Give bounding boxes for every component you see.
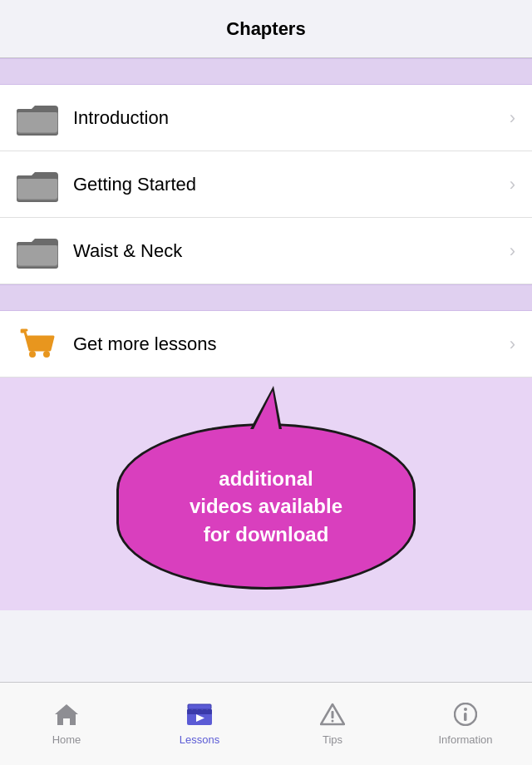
folder-icon-2	[17, 167, 58, 202]
folder-icon-3	[17, 234, 58, 269]
svg-rect-7	[17, 179, 57, 199]
middle-section-divider	[0, 284, 532, 311]
main-content: Introduction › Getting Started ›	[0, 58, 532, 682]
chapter-label-waist-neck: Waist & Neck	[73, 240, 510, 262]
chapter-item-getting-started[interactable]: Getting Started ›	[0, 151, 532, 218]
chapter-label-getting-started: Getting Started	[73, 174, 510, 195]
chevron-icon-intro: ›	[510, 107, 515, 129]
svg-rect-11	[17, 245, 57, 265]
warning-icon	[320, 703, 345, 730]
tab-information-label: Information	[438, 733, 492, 746]
svg-rect-17	[187, 709, 212, 714]
chapter-item-intro[interactable]: Introduction ›	[0, 85, 532, 151]
chevron-icon-getting-started: ›	[510, 174, 515, 195]
tab-lessons[interactable]: Lessons	[133, 683, 266, 765]
home-icon	[54, 703, 79, 730]
tab-tips[interactable]: Tips	[266, 683, 399, 765]
tab-home[interactable]: Home	[0, 683, 133, 765]
svg-rect-29	[464, 713, 467, 721]
svg-point-13	[43, 351, 50, 358]
chapter-item-waist-neck[interactable]: Waist & Neck ›	[0, 218, 532, 284]
speech-bubble: additional videos available for download	[116, 423, 416, 590]
tab-information[interactable]: Information	[399, 683, 532, 765]
info-icon	[454, 703, 477, 730]
tab-tips-label: Tips	[323, 733, 342, 746]
tab-home-label: Home	[52, 733, 81, 746]
folder-icon	[17, 101, 58, 136]
svg-point-26	[332, 719, 334, 722]
svg-rect-25	[332, 711, 334, 718]
svg-point-12	[29, 351, 36, 358]
svg-point-28	[464, 708, 467, 711]
tab-bar: Home Lessons	[0, 682, 532, 765]
cart-icon	[17, 325, 58, 363]
bubble-area: additional videos available for download	[0, 378, 532, 610]
tab-lessons-label: Lessons	[180, 733, 219, 746]
svg-marker-15	[55, 704, 78, 725]
clapperboard-icon	[186, 703, 213, 730]
chapter-label-intro: Introduction	[73, 107, 510, 129]
page-title: Chapters	[226, 18, 305, 40]
chevron-icon-more-lessons: ›	[510, 333, 515, 355]
svg-rect-22	[188, 704, 211, 709]
chevron-icon-waist-neck: ›	[510, 240, 515, 262]
more-lessons-label: Get more lessons	[73, 333, 510, 355]
more-lessons-item[interactable]: Get more lessons ›	[0, 311, 532, 378]
top-section-divider	[0, 58, 532, 85]
svg-rect-3	[17, 112, 57, 132]
header: Chapters	[0, 0, 532, 58]
chapter-list: Introduction › Getting Started ›	[0, 85, 532, 284]
bubble-text: additional videos available for download	[173, 448, 359, 565]
